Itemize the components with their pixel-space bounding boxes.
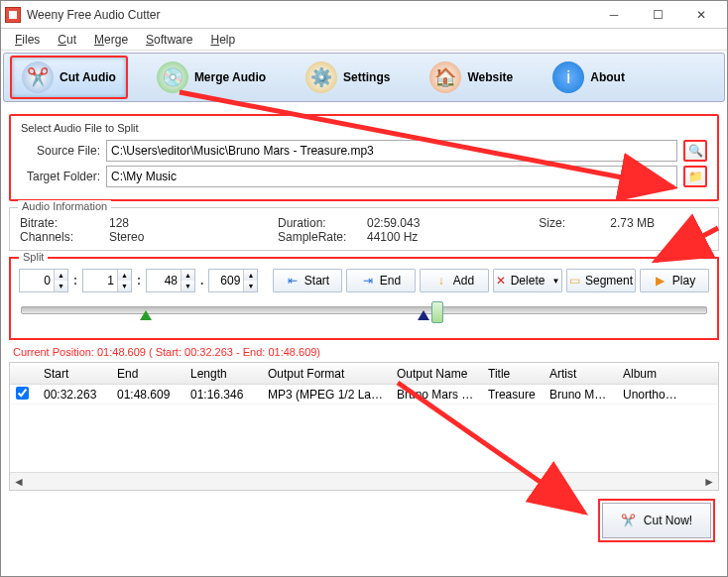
end-bracket-icon: ⇥: [361, 274, 375, 288]
select-file-title: Select Audio File to Split: [21, 122, 707, 134]
menu-cut[interactable]: Cut: [50, 31, 84, 49]
menubar: Files Cut Merge Software Help: [1, 29, 727, 51]
target-folder-label: Target Folder:: [21, 170, 100, 183]
cut-now-button[interactable]: ✂️ Cut Now!: [602, 503, 711, 538]
end-marker-button[interactable]: ⇥End: [346, 269, 416, 292]
cut-now-highlight: ✂️ Cut Now!: [598, 499, 715, 542]
ms-spinner[interactable]: ▲▼: [208, 269, 258, 292]
audio-info-group: Audio Information Bitrate:128 Duration:0…: [9, 207, 719, 251]
select-file-group: Select Audio File to Split Source File: …: [9, 114, 719, 201]
play-button[interactable]: ▶Play: [640, 269, 709, 292]
col-album[interactable]: Album: [617, 367, 688, 381]
samplerate-label: SampleRate:: [278, 230, 347, 244]
scissors-icon: ✂️: [22, 61, 54, 93]
main-toolbar: ✂️ Cut Audio 💿 Merge Audio ⚙️ Settings 🏠…: [3, 53, 725, 102]
table-header: Start End Length Output Format Output Na…: [10, 363, 718, 385]
app-icon: [5, 7, 21, 23]
house-icon: 🏠: [429, 61, 461, 93]
col-start[interactable]: Start: [38, 367, 111, 381]
segment-button[interactable]: ▭Segment: [566, 269, 636, 292]
hours-spinner[interactable]: ▲▼: [19, 269, 68, 292]
add-arrow-icon: ↓: [434, 274, 448, 288]
size-value: 2.73 MB: [585, 216, 655, 230]
menu-merge[interactable]: Merge: [86, 31, 136, 49]
col-title[interactable]: Title: [482, 367, 544, 381]
source-file-label: Source File:: [21, 144, 100, 158]
audio-info-title: Audio Information: [18, 200, 111, 212]
bitrate-label: Bitrate:: [20, 216, 89, 230]
start-bracket-icon: ⇤: [286, 274, 300, 288]
channels-value: Stereo: [109, 230, 218, 244]
segment-icon: ▭: [569, 274, 580, 288]
start-marker-icon: [140, 310, 152, 320]
dropdown-icon: ▼: [551, 277, 559, 286]
add-segment-button[interactable]: ↓Add: [420, 269, 489, 292]
start-marker-button[interactable]: ⇤Start: [273, 269, 342, 292]
horizontal-scrollbar[interactable]: ◄►: [10, 472, 718, 490]
table-row[interactable]: 00:32.263 01:48.609 01:16.346 MP3 (MPEG …: [10, 385, 718, 404]
info-icon: i: [552, 61, 584, 93]
minimize-button[interactable]: ─: [592, 1, 636, 29]
current-position-text: Current Position: 01:48.609 ( Start: 00:…: [13, 346, 715, 358]
delete-segment-button[interactable]: ✕Delete▼: [493, 269, 562, 292]
channels-label: Channels:: [20, 230, 89, 244]
merge-disc-icon: 💿: [157, 61, 188, 93]
col-length[interactable]: Length: [184, 367, 262, 381]
col-artist[interactable]: Artist: [544, 367, 617, 381]
folder-icon: 📁: [688, 170, 703, 183]
play-icon: ▶: [654, 274, 667, 288]
scroll-right-icon[interactable]: ►: [703, 475, 715, 489]
scroll-left-icon[interactable]: ◄: [13, 475, 25, 489]
menu-software[interactable]: Software: [138, 31, 200, 49]
cut-audio-button[interactable]: ✂️ Cut Audio: [10, 56, 128, 99]
settings-button[interactable]: ⚙️ Settings: [295, 57, 401, 98]
target-folder-input[interactable]: [106, 166, 677, 187]
minutes-spinner[interactable]: ▲▼: [82, 269, 132, 292]
duration-label: Duration:: [278, 216, 347, 230]
close-button[interactable]: ✕: [679, 1, 723, 29]
maximize-button[interactable]: ☐: [636, 1, 679, 29]
scissors-icon: ✂️: [621, 514, 636, 527]
menu-files[interactable]: Files: [7, 31, 48, 49]
duration-value: 02:59.043: [367, 216, 476, 230]
col-outname[interactable]: Output Name: [391, 367, 482, 381]
end-marker-icon: [418, 310, 429, 320]
browse-source-button[interactable]: 🔍: [683, 140, 707, 162]
titlebar: Weeny Free Audio Cutter ─ ☐ ✕: [1, 1, 727, 29]
position-slider[interactable]: [21, 306, 707, 314]
spin-down[interactable]: ▼: [55, 281, 67, 291]
split-title: Split: [19, 251, 48, 263]
website-button[interactable]: 🏠 Website: [419, 57, 524, 98]
bitrate-value: 128: [109, 216, 218, 230]
browse-target-button[interactable]: 📁: [683, 166, 707, 187]
menu-help[interactable]: Help: [202, 31, 243, 49]
col-outfmt[interactable]: Output Format: [262, 367, 391, 381]
gear-icon: ⚙️: [305, 61, 337, 93]
slider-handle[interactable]: [431, 301, 443, 323]
size-label: Size:: [516, 216, 565, 230]
samplerate-value: 44100 Hz: [367, 230, 476, 244]
split-group: Split ▲▼ : ▲▼ : ▲▼ . ▲▼ ⇤Start ⇥End ↓Add…: [9, 257, 719, 340]
segments-table: Start End Length Output Format Output Na…: [9, 362, 719, 491]
spin-up[interactable]: ▲: [55, 270, 67, 281]
col-end[interactable]: End: [111, 367, 184, 381]
seconds-spinner[interactable]: ▲▼: [146, 269, 195, 292]
row-checkbox[interactable]: [16, 387, 29, 400]
about-button[interactable]: i About: [542, 57, 636, 98]
window-title: Weeny Free Audio Cutter: [27, 8, 592, 22]
search-icon: 🔍: [688, 144, 703, 158]
delete-x-icon: ✕: [496, 274, 506, 288]
merge-audio-button[interactable]: 💿 Merge Audio: [146, 57, 277, 98]
source-file-input[interactable]: [106, 140, 677, 162]
